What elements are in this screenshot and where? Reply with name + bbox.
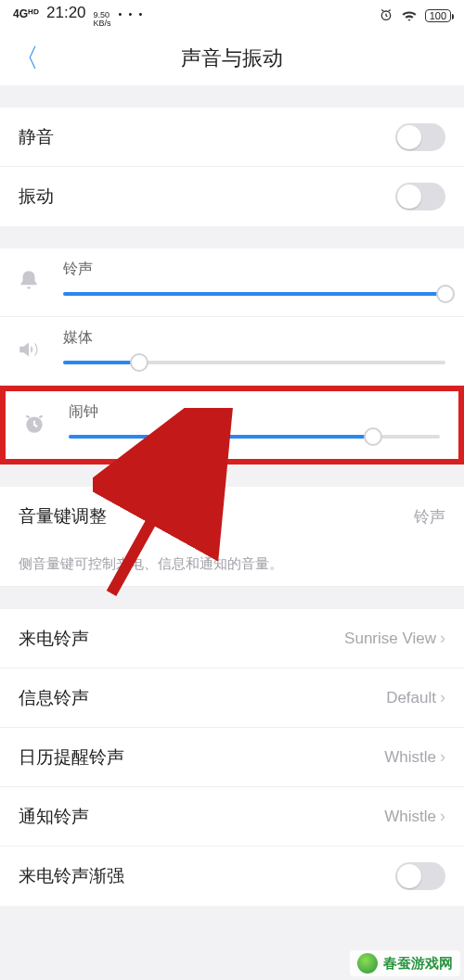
vibrate-row: 振动 xyxy=(0,167,464,226)
speaker-icon xyxy=(17,337,41,365)
net-speed: 9.50KB/s xyxy=(94,11,111,28)
chevron-right-icon: › xyxy=(440,688,445,707)
ringtone-message-row[interactable]: 信息铃声 Default› xyxy=(0,668,464,728)
volume-key-value: 铃声 xyxy=(414,506,445,528)
ringtone-notification-label: 通知铃声 xyxy=(19,805,89,829)
battery-indicator: 100 xyxy=(425,9,451,22)
clock-icon xyxy=(22,412,46,439)
ringtone-incoming-label: 来电铃声 xyxy=(19,627,89,651)
chevron-right-icon: › xyxy=(440,629,445,648)
volume-key-row[interactable]: 音量键调整 铃声 xyxy=(0,487,464,546)
alarm-slider-label: 闹钟 xyxy=(69,402,440,422)
watermark-icon xyxy=(357,953,378,974)
fadein-label: 来电铃声渐强 xyxy=(19,864,124,888)
ringtone-calendar-row[interactable]: 日历提醒铃声 Whistle› xyxy=(0,728,464,787)
back-button[interactable]: 〈 xyxy=(13,41,39,76)
slider-section: 铃声 媒体 闹钟 xyxy=(0,248,464,465)
status-bar: 4Gᴴᴰ 21:20 9.50KB/s • • • 100 xyxy=(0,0,464,32)
fadein-toggle[interactable] xyxy=(395,862,445,890)
volume-key-section: 音量键调整 铃声 侧音量键可控制来电、信息和通知的音量。 xyxy=(0,487,464,587)
toggle-section: 静音 振动 xyxy=(0,108,464,226)
page-title: 声音与振动 xyxy=(181,45,283,72)
volume-key-desc: 侧音量键可控制来电、信息和通知的音量。 xyxy=(0,546,464,587)
fadein-row: 来电铃声渐强 xyxy=(0,846,464,906)
page-header: 〈 声音与振动 xyxy=(0,32,464,85)
alarm-slider-row: 闹钟 xyxy=(6,391,458,459)
media-slider-label: 媒体 xyxy=(63,328,445,348)
network-indicator: 4Gᴴᴰ xyxy=(13,7,39,20)
ringtone-notification-row[interactable]: 通知铃声 Whistle› xyxy=(0,787,464,846)
silent-row: 静音 xyxy=(0,108,464,167)
volume-key-label: 音量键调整 xyxy=(19,504,107,528)
media-slider-row: 媒体 xyxy=(0,317,464,386)
ringtone-notification-value: Whistle xyxy=(384,808,436,826)
vibrate-toggle[interactable] xyxy=(395,183,445,210)
chevron-right-icon: › xyxy=(440,747,445,767)
alarm-highlight: 闹钟 xyxy=(0,386,464,465)
silent-label: 静音 xyxy=(19,125,54,149)
bell-icon xyxy=(17,269,41,297)
status-time: 21:20 xyxy=(46,4,86,22)
chevron-right-icon: › xyxy=(440,807,445,826)
more-dots: • • • xyxy=(119,8,145,19)
media-slider[interactable] xyxy=(63,361,445,364)
ringtone-slider-row: 铃声 xyxy=(0,248,464,317)
watermark: 春蚕游戏网 xyxy=(350,950,460,976)
ringtone-incoming-value: Sunrise View xyxy=(344,630,436,648)
ringtone-message-value: Default xyxy=(386,689,436,707)
silent-toggle[interactable] xyxy=(395,123,445,151)
watermark-text: 春蚕游戏网 xyxy=(383,955,453,973)
ringtone-calendar-value: Whistle xyxy=(384,748,436,767)
ringtone-section: 来电铃声 Sunrise View› 信息铃声 Default› 日历提醒铃声 … xyxy=(0,609,464,906)
wifi-icon xyxy=(401,8,418,24)
ringtone-calendar-label: 日历提醒铃声 xyxy=(19,745,124,770)
vibrate-label: 振动 xyxy=(19,185,54,209)
alarm-icon xyxy=(379,7,393,25)
ringtone-slider-label: 铃声 xyxy=(63,260,445,279)
ringtone-message-label: 信息铃声 xyxy=(19,686,89,710)
ringtone-incoming-row[interactable]: 来电铃声 Sunrise View› xyxy=(0,609,464,668)
ringtone-slider[interactable] xyxy=(63,292,445,296)
alarm-slider[interactable] xyxy=(69,435,440,439)
